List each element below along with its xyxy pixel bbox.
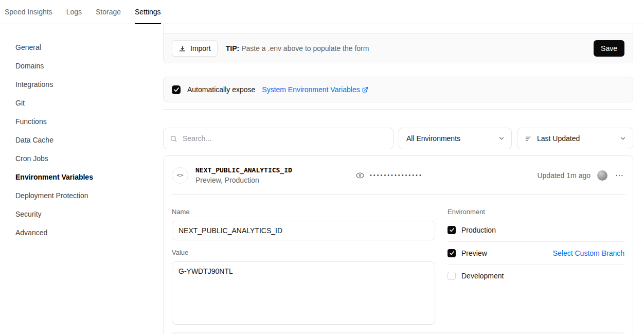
sort-value: Last Updated [537,134,580,143]
settings-sidebar: General Domains Integrations Git Functio… [0,24,163,334]
tip-body: Paste a .env above to populate the form [241,44,369,52]
search-icon [170,135,177,143]
search-input[interactable] [183,134,387,143]
section-divider [163,109,633,110]
auto-expose-label: Automatically expose [187,85,255,94]
check-icon [450,251,454,255]
environment-field-label: Environment [448,208,624,216]
sidebar-item-integrations[interactable]: Integrations [15,75,163,94]
tab-storage[interactable]: Storage [96,0,121,24]
env-variable-header[interactable]: <> NEXT_PUBLIC_ANALYTICS_ID Preview, Pro… [164,156,633,195]
add-variable-card-body-cut [164,24,633,33]
select-custom-branch-link[interactable]: Select Custom Branch [553,249,624,257]
import-button-label: Import [190,44,211,52]
add-variable-card: Import TIP:Paste a .env above to populat… [163,24,633,63]
env-variable-titles: NEXT_PUBLIC_ANALYTICS_ID Preview, Produc… [195,166,355,184]
env-variable-name: NEXT_PUBLIC_ANALYTICS_ID [195,166,355,174]
sidebar-item-environment-variables[interactable]: Environment Variables [15,168,163,186]
production-label: Production [461,226,496,234]
sidebar-item-git[interactable]: Git [15,94,163,112]
filter-row: All Environments Last Updated [163,128,633,149]
development-label: Development [461,272,504,280]
env-variable-meta: Updated 1m ago [537,170,624,181]
value-textarea[interactable]: G-YWDTJ90NTL [172,261,435,325]
development-checkbox[interactable] [448,272,456,280]
name-field-label: Name [172,208,435,216]
search-box [163,128,393,149]
sidebar-item-deployment-protection[interactable]: Deployment Protection [15,186,163,205]
preview-label: Preview [461,249,487,257]
editor-environment-column: Environment Production Previ [448,208,624,326]
sidebar-item-domains[interactable]: Domains [15,57,163,75]
value-field-label: Value [172,249,435,256]
production-checkbox[interactable] [448,226,456,234]
chevron-down-icon [619,135,627,142]
tab-logs[interactable]: Logs [66,0,82,24]
env-variable-card: <> NEXT_PUBLIC_ANALYTICS_ID Preview, Pro… [163,155,633,334]
name-input[interactable] [172,221,435,240]
environment-filter-value: All Environments [406,134,460,143]
download-icon [178,45,186,52]
env-variable-editor: Name Value G-YWDTJ90NTL Environment Prod… [164,195,633,326]
check-icon [450,228,454,232]
tab-speed-insights[interactable]: Speed Insights [5,0,52,24]
import-save-bar: Import TIP:Paste a .env above to populat… [164,33,633,63]
environment-row-preview: Preview Select Custom Branch [448,241,624,264]
eye-icon[interactable] [355,171,365,180]
tab-settings[interactable]: Settings [135,0,161,24]
environment-variables-panel: Import TIP:Paste a .env above to populat… [163,24,633,334]
env-variable-environments: Preview, Production [195,176,355,184]
avatar [597,170,607,181]
check-icon [174,87,179,92]
masked-value-preview: ••••••••••••••• [355,171,423,180]
save-button[interactable]: Save [594,40,624,57]
external-link-icon [362,86,368,93]
masked-value-dots: ••••••••••••••• [370,172,423,178]
tip-prefix: TIP: [226,44,239,52]
sort-dropdown[interactable]: Last Updated [517,128,633,149]
code-icon: <> [172,167,188,184]
sidebar-item-general[interactable]: General [15,38,163,57]
environment-checkbox-list: Production Preview Select Custom Branch … [448,219,624,287]
sidebar-item-advanced[interactable]: Advanced [15,223,163,242]
sidebar-item-security[interactable]: Security [15,205,163,223]
auto-expose-row: Automatically expose System Environment … [163,77,633,102]
import-tip: TIP:Paste a .env above to populate the f… [226,44,369,52]
sidebar-item-functions[interactable]: Functions [15,112,163,131]
chevron-down-icon [498,135,505,142]
auto-expose-checkbox[interactable] [172,85,181,94]
ellipsis-icon [615,171,623,180]
editor-left-column: Name Value G-YWDTJ90NTL [172,208,435,326]
system-env-vars-link-label: System Environment Variables [262,85,360,94]
system-env-vars-link[interactable]: System Environment Variables [262,85,368,94]
environment-row-development: Development [448,264,624,287]
sidebar-item-data-cache[interactable]: Data Cache [15,131,163,149]
preview-checkbox[interactable] [448,249,456,257]
top-navigation: Speed Insights Logs Storage Settings [0,0,644,24]
sidebar-item-cron-jobs[interactable]: Cron Jobs [15,149,163,168]
import-button[interactable]: Import [172,40,218,57]
sort-icon [525,135,532,143]
updated-timestamp: Updated 1m ago [537,171,591,180]
environment-filter-dropdown[interactable]: All Environments [399,128,512,149]
row-actions-menu-button[interactable] [614,170,624,181]
environment-row-production: Production [448,219,624,241]
